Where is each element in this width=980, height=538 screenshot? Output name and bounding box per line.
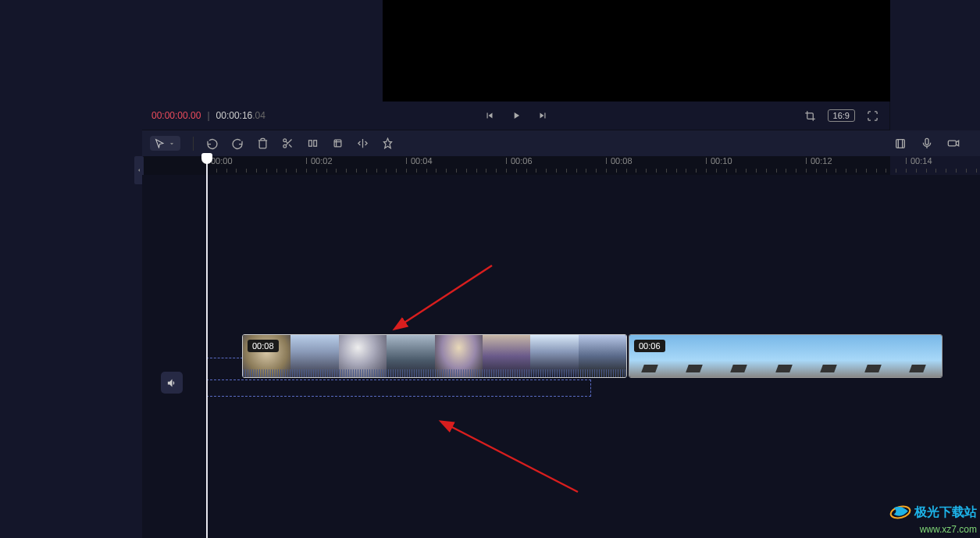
ruler-minor-tick: [956, 169, 957, 173]
mirror-icon[interactable]: [356, 137, 369, 150]
snap-guide-box: [206, 379, 591, 397]
toolbar-divider: [193, 137, 194, 151]
ruler-minor-tick: [776, 169, 777, 173]
ruler-minor-tick: [476, 169, 477, 173]
redo-icon[interactable]: [231, 137, 244, 150]
ruler-minor-tick: [926, 169, 927, 173]
ruler-minor-tick: [356, 169, 357, 173]
ruler-minor-tick: [886, 169, 886, 173]
svg-rect-7: [948, 141, 956, 146]
track-mute-button[interactable]: [161, 372, 183, 394]
clip-duration-label: 00:08: [248, 340, 279, 352]
clip-thumbnail: [897, 335, 942, 377]
ruler-minor-tick: [816, 169, 817, 173]
ruler-minor-tick: [436, 169, 437, 173]
ruler-minor-tick: [736, 169, 736, 173]
undo-icon[interactable]: [206, 137, 219, 150]
selection-tool-button[interactable]: [150, 136, 180, 151]
watermark: 极光下载站 www.xz7.com: [889, 503, 977, 535]
ruler-tick: 00:00: [211, 156, 233, 166]
ruler-minor-tick: [856, 169, 857, 173]
clip-waveform: [243, 369, 626, 377]
split-icon[interactable]: [306, 137, 319, 150]
ruler-minor-tick: [796, 169, 796, 173]
ruler-minor-tick: [976, 169, 977, 173]
svg-point-1: [283, 144, 286, 148]
ruler-minor-tick: [806, 169, 807, 173]
ruler-tick: 00:04: [411, 156, 433, 166]
ruler-minor-tick: [466, 169, 467, 173]
svg-rect-6: [925, 138, 928, 144]
play-icon[interactable]: [510, 109, 522, 122]
ruler-minor-tick: [506, 169, 507, 173]
ruler-minor-tick: [696, 169, 697, 173]
ruler-minor-tick: [866, 169, 867, 173]
ruler-tick: 00:06: [511, 156, 533, 166]
speaker-icon: [166, 377, 178, 389]
svg-rect-2: [308, 141, 312, 147]
ruler-minor-tick: [286, 169, 287, 173]
ruler-minor-tick: [676, 169, 677, 173]
mic-icon[interactable]: [921, 137, 933, 150]
ruler-minor-tick: [556, 169, 557, 173]
ruler-minor-tick: [846, 169, 846, 173]
toolbar-right-group: [894, 137, 972, 150]
ruler-minor-tick: [496, 169, 497, 173]
crop-icon[interactable]: [804, 109, 817, 122]
preview-video-viewport[interactable]: [383, 0, 929, 102]
clip-thumbnail: [853, 335, 897, 377]
chevron-left-icon: [136, 166, 142, 174]
ruler-minor-tick: [326, 169, 327, 173]
ruler-minor-tick: [276, 169, 277, 173]
ruler-minor-tick: [906, 169, 907, 173]
scissors-icon[interactable]: [281, 137, 294, 150]
video-clip-1[interactable]: 00:08: [242, 334, 627, 378]
cursor-icon: [155, 138, 165, 148]
skip-back-icon[interactable]: [483, 109, 496, 122]
ruler-minor-tick: [935, 169, 936, 173]
ruler-minor-tick: [616, 169, 617, 173]
ruler-minor-tick: [966, 169, 967, 173]
ruler-tick: 00:08: [611, 156, 633, 166]
ruler-tick: 00:10: [711, 156, 732, 166]
timeline-ruler[interactable]: 00:00 00:02 00:04 00:06 00:08 00:10 00:1…: [201, 156, 980, 175]
preview-right-controls: 16:9: [804, 109, 878, 122]
ruler-minor-tick: [246, 169, 247, 173]
ruler-minor-tick: [876, 169, 877, 173]
ruler-minor-tick: [836, 169, 836, 173]
ruler-minor-tick: [486, 169, 486, 173]
ruler-minor-tick: [526, 169, 527, 173]
ruler-minor-tick: [766, 169, 767, 173]
ruler-minor-tick: [346, 169, 347, 173]
ruler-minor-tick: [456, 169, 457, 173]
video-clip-2[interactable]: 00:06: [629, 334, 943, 378]
left-panel: [0, 0, 142, 538]
ruler-minor-tick: [316, 169, 317, 173]
ruler-minor-tick: [566, 169, 567, 173]
frame-icon[interactable]: [894, 137, 907, 150]
ruler-minor-tick: [336, 169, 337, 173]
ruler-minor-tick: [576, 169, 577, 173]
aspect-ratio-button[interactable]: 16:9: [828, 109, 855, 122]
ruler-minor-tick: [226, 169, 227, 173]
watermark-logo-icon: [889, 503, 911, 522]
trash-icon[interactable]: [256, 137, 269, 150]
crop-tool-icon[interactable]: [331, 137, 344, 150]
skip-forward-icon[interactable]: [536, 109, 549, 122]
playhead[interactable]: [206, 156, 208, 538]
ruler-tick: 00:02: [311, 156, 333, 166]
svg-rect-3: [313, 141, 316, 147]
ruler-minor-tick: [786, 169, 786, 173]
ruler-minor-tick: [716, 169, 717, 173]
ruler-minor-tick: [746, 169, 747, 173]
fullscreen-icon[interactable]: [866, 109, 878, 122]
ruler-minor-tick: [826, 169, 827, 173]
pin-icon[interactable]: [381, 137, 394, 150]
playhead-handle[interactable]: [201, 153, 212, 164]
ruler-minor-tick: [626, 169, 627, 173]
ruler-minor-tick: [236, 169, 237, 173]
clip-duration-label: 00:06: [634, 340, 665, 352]
clip-thumbnail: [718, 335, 763, 377]
total-time: 00:00:16.04: [216, 110, 265, 121]
camera-icon[interactable]: [947, 137, 960, 150]
